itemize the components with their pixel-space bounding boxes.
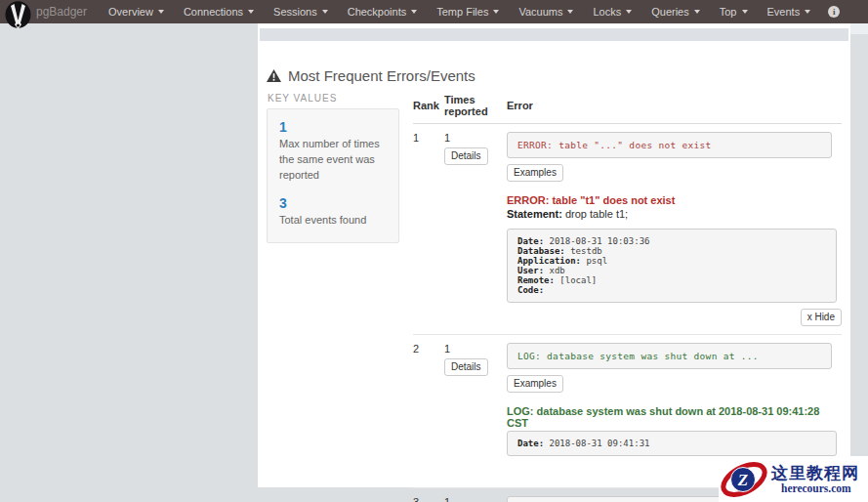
- times-value: 1: [444, 496, 507, 502]
- nav-item-queries[interactable]: Queries: [641, 0, 710, 23]
- pgbadger-logo-icon[interactable]: [5, 1, 31, 29]
- detail-line: Code:: [517, 285, 826, 295]
- nav-item-temp-files[interactable]: Temp Files: [427, 0, 509, 23]
- rank-cell: 3: [413, 488, 444, 502]
- key-values-label: KEY VALUES: [268, 93, 399, 104]
- rank-cell: 1: [413, 124, 444, 335]
- details-button[interactable]: Details: [444, 147, 488, 165]
- error-summary: LOG: database system was shut down at ..…: [507, 343, 832, 369]
- key-values-section: KEY VALUES 1 Max number of times the sam…: [267, 91, 399, 502]
- times-cell: 1 Details: [444, 335, 507, 488]
- column-header-error: Error: [507, 91, 842, 124]
- key-value-item: 3 Total events found: [279, 195, 387, 229]
- key-value-number: 1: [279, 119, 387, 135]
- key-value-number: 3: [279, 195, 387, 211]
- nav-item-top[interactable]: Top: [710, 0, 758, 23]
- example-error-title: ERROR: table "t1" does not exist: [507, 194, 842, 206]
- statement-label: Statement:: [507, 208, 562, 220]
- nav-item-events[interactable]: Events: [758, 0, 821, 23]
- key-value-description: Max number of times the same event was r…: [279, 137, 387, 184]
- report-panel: Most Frequent Errors/Events KEY VALUES 1…: [258, 23, 850, 487]
- key-value-item: 1 Max number of times the same event was…: [279, 119, 387, 184]
- watermark: Z 这里教程网 herecours.com: [719, 456, 868, 502]
- chevron-down-icon: [567, 10, 573, 14]
- chevron-down-icon: [411, 10, 417, 14]
- scrollbar-corner[interactable]: [850, 23, 868, 34]
- svg-text:Z: Z: [737, 471, 748, 489]
- chevron-down-icon: [742, 10, 748, 14]
- examples-button[interactable]: Examples: [507, 375, 563, 393]
- nav-menu: Overview Connections Sessions Checkpoint…: [99, 0, 840, 23]
- detail-line: Application: psql: [517, 256, 826, 266]
- examples-button[interactable]: Examples: [507, 164, 563, 182]
- navbar: pgBadger Overview Connections Sessions C…: [0, 0, 868, 23]
- chevron-down-icon: [493, 10, 499, 14]
- times-cell: 1 Details: [444, 488, 507, 502]
- chevron-down-icon: [322, 10, 328, 14]
- watermark-text: 这里教程网 herecours.com: [771, 464, 859, 495]
- chevron-down-icon: [158, 10, 164, 14]
- nav-item-vacuums[interactable]: Vacuums: [509, 0, 583, 23]
- chevron-down-icon: [694, 10, 700, 14]
- column-header-times-reported: Times reported: [444, 91, 507, 124]
- hide-button[interactable]: x Hide: [801, 309, 842, 326]
- brand-pgbadger[interactable]: pgBadger: [36, 5, 87, 19]
- nav-item-locks[interactable]: Locks: [583, 0, 641, 23]
- details-button[interactable]: Details: [444, 358, 488, 376]
- error-cell: ERROR: table "..." does not exist Exampl…: [507, 124, 842, 335]
- example-details-block: Date: 2018-08-31 09:41:31: [507, 431, 837, 456]
- statement-value: drop table t1;: [565, 208, 628, 220]
- detail-line: Database: testdb: [517, 246, 826, 256]
- warning-triangle-icon: [267, 69, 281, 82]
- example-details-block: Date: 2018-08-31 10:03:36 Database: test…: [507, 229, 837, 303]
- detail-line: Date: 2018-08-31 10:03:36: [517, 236, 826, 246]
- info-icon[interactable]: i: [828, 6, 840, 18]
- watermark-logo-icon: Z: [719, 456, 769, 502]
- times-value: 1: [444, 343, 507, 355]
- column-header-rank: Rank: [413, 91, 444, 124]
- times-value: 1: [444, 132, 507, 144]
- detail-line: Remote: [local]: [517, 275, 826, 285]
- nav-item-overview[interactable]: Overview: [99, 0, 174, 23]
- key-value-description: Total events found: [279, 213, 387, 229]
- times-cell: 1 Details: [444, 124, 507, 335]
- detail-line: Date: 2018-08-31 09:41:31: [517, 439, 826, 448]
- example-statement: Statement: drop table t1;: [507, 208, 842, 220]
- events-table-section: Rank Times reported Error 1 1 Details: [413, 91, 842, 502]
- watermark-site-name: 这里教程网: [771, 464, 859, 482]
- detail-line: User: xdb: [517, 266, 826, 275]
- chevron-down-icon: [805, 10, 810, 14]
- key-values-box: 1 Max number of times the same event was…: [267, 108, 399, 243]
- chevron-down-icon: [248, 10, 254, 14]
- nav-item-connections[interactable]: Connections: [174, 0, 264, 23]
- nav-item-sessions[interactable]: Sessions: [264, 0, 338, 23]
- nav-item-checkpoints[interactable]: Checkpoints: [338, 0, 428, 23]
- error-summary: ERROR: table "..." does not exist: [507, 132, 832, 158]
- chevron-down-icon: [626, 10, 632, 14]
- rank-cell: 2: [413, 335, 444, 488]
- example-log-title: LOG: database system was shut down at 20…: [507, 405, 842, 429]
- events-table: Rank Times reported Error 1 1 Details: [413, 91, 842, 502]
- previous-section-edge: [260, 28, 848, 41]
- table-row: 1 1 Details ERROR: table "..." does not …: [413, 124, 842, 335]
- page-title: Most Frequent Errors/Events: [267, 67, 850, 84]
- watermark-site-url: herecours.com: [781, 482, 859, 495]
